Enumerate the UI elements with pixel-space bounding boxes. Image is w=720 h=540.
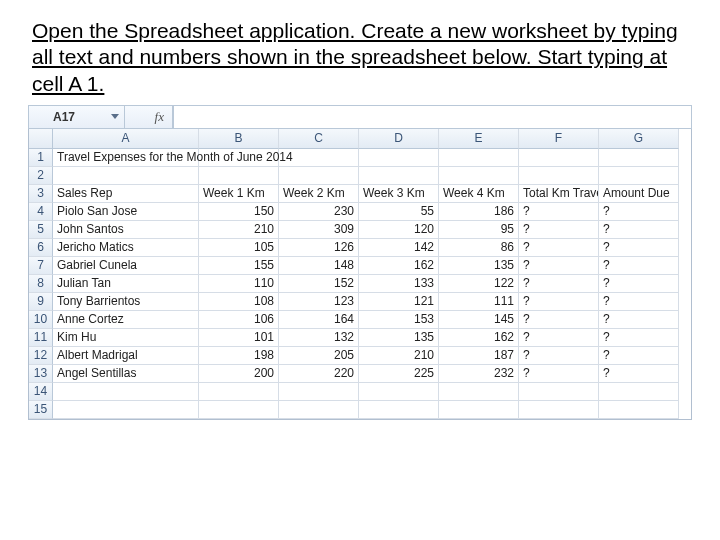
cell-C14[interactable] — [279, 383, 359, 401]
row-header-13[interactable]: 13 — [29, 365, 53, 383]
cell-G4[interactable]: ? — [599, 203, 679, 221]
cell-D3[interactable]: Week 3 Km — [359, 185, 439, 203]
column-header-E[interactable]: E — [439, 129, 519, 149]
cell-F4[interactable]: ? — [519, 203, 599, 221]
cell-D7[interactable]: 162 — [359, 257, 439, 275]
cell-A10[interactable]: Anne Cortez — [53, 311, 199, 329]
cell-E2[interactable] — [439, 167, 519, 185]
row-header-11[interactable]: 11 — [29, 329, 53, 347]
name-box[interactable]: A17 — [29, 106, 125, 128]
row-header-7[interactable]: 7 — [29, 257, 53, 275]
cell-G1[interactable] — [599, 149, 679, 167]
cell-D15[interactable] — [359, 401, 439, 419]
cell-F10[interactable]: ? — [519, 311, 599, 329]
cell-F12[interactable]: ? — [519, 347, 599, 365]
column-header-C[interactable]: C — [279, 129, 359, 149]
cell-E4[interactable]: 186 — [439, 203, 519, 221]
row-header-10[interactable]: 10 — [29, 311, 53, 329]
cell-C6[interactable]: 126 — [279, 239, 359, 257]
row-header-9[interactable]: 9 — [29, 293, 53, 311]
cell-E10[interactable]: 145 — [439, 311, 519, 329]
row-header-15[interactable]: 15 — [29, 401, 53, 419]
cell-B10[interactable]: 106 — [199, 311, 279, 329]
row-header-5[interactable]: 5 — [29, 221, 53, 239]
column-header-A[interactable]: A — [53, 129, 199, 149]
cell-G12[interactable]: ? — [599, 347, 679, 365]
cell-B9[interactable]: 108 — [199, 293, 279, 311]
cell-A2[interactable] — [53, 167, 199, 185]
cell-B5[interactable]: 210 — [199, 221, 279, 239]
cell-F2[interactable] — [519, 167, 599, 185]
cell-A4[interactable]: Piolo San Jose — [53, 203, 199, 221]
cell-F6[interactable]: ? — [519, 239, 599, 257]
cell-A6[interactable]: Jericho Matics — [53, 239, 199, 257]
cell-G2[interactable] — [599, 167, 679, 185]
cell-C3[interactable]: Week 2 Km — [279, 185, 359, 203]
cell-B6[interactable]: 105 — [199, 239, 279, 257]
cell-C2[interactable] — [279, 167, 359, 185]
column-header-F[interactable]: F — [519, 129, 599, 149]
cell-G3[interactable]: Amount Due — [599, 185, 679, 203]
cell-E6[interactable]: 86 — [439, 239, 519, 257]
cell-B13[interactable]: 200 — [199, 365, 279, 383]
select-all-corner[interactable] — [29, 129, 53, 149]
cell-F8[interactable]: ? — [519, 275, 599, 293]
cell-E14[interactable] — [439, 383, 519, 401]
cell-G6[interactable]: ? — [599, 239, 679, 257]
cell-B7[interactable]: 155 — [199, 257, 279, 275]
formula-input[interactable] — [173, 106, 691, 128]
cell-A15[interactable] — [53, 401, 199, 419]
cell-C12[interactable]: 205 — [279, 347, 359, 365]
cell-C9[interactable]: 123 — [279, 293, 359, 311]
cell-F3[interactable]: Total Km Travelled — [519, 185, 599, 203]
column-header-D[interactable]: D — [359, 129, 439, 149]
cell-A14[interactable] — [53, 383, 199, 401]
row-header-3[interactable]: 3 — [29, 185, 53, 203]
fx-icon[interactable]: fx — [151, 109, 168, 125]
row-header-8[interactable]: 8 — [29, 275, 53, 293]
cell-E9[interactable]: 111 — [439, 293, 519, 311]
row-header-2[interactable]: 2 — [29, 167, 53, 185]
cell-E5[interactable]: 95 — [439, 221, 519, 239]
cell-B4[interactable]: 150 — [199, 203, 279, 221]
cell-A12[interactable]: Albert Madrigal — [53, 347, 199, 365]
cell-E1[interactable] — [439, 149, 519, 167]
cell-E15[interactable] — [439, 401, 519, 419]
cell-E11[interactable]: 162 — [439, 329, 519, 347]
cell-C10[interactable]: 164 — [279, 311, 359, 329]
cell-E7[interactable]: 135 — [439, 257, 519, 275]
column-header-B[interactable]: B — [199, 129, 279, 149]
cell-D6[interactable]: 142 — [359, 239, 439, 257]
cell-C5[interactable]: 309 — [279, 221, 359, 239]
cell-D9[interactable]: 121 — [359, 293, 439, 311]
cell-E13[interactable]: 232 — [439, 365, 519, 383]
cell-E12[interactable]: 187 — [439, 347, 519, 365]
cell-G7[interactable]: ? — [599, 257, 679, 275]
cell-B11[interactable]: 101 — [199, 329, 279, 347]
cell-D11[interactable]: 135 — [359, 329, 439, 347]
cell-A9[interactable]: Tony Barrientos — [53, 293, 199, 311]
cell-B14[interactable] — [199, 383, 279, 401]
cell-G11[interactable]: ? — [599, 329, 679, 347]
cell-A5[interactable]: John Santos — [53, 221, 199, 239]
cell-D2[interactable] — [359, 167, 439, 185]
cell-D8[interactable]: 133 — [359, 275, 439, 293]
cell-C13[interactable]: 220 — [279, 365, 359, 383]
cell-D5[interactable]: 120 — [359, 221, 439, 239]
cell-A3[interactable]: Sales Rep — [53, 185, 199, 203]
cell-B8[interactable]: 110 — [199, 275, 279, 293]
row-header-6[interactable]: 6 — [29, 239, 53, 257]
cell-C4[interactable]: 230 — [279, 203, 359, 221]
cell-F15[interactable] — [519, 401, 599, 419]
cell-F7[interactable]: ? — [519, 257, 599, 275]
cell-F11[interactable]: ? — [519, 329, 599, 347]
cell-D14[interactable] — [359, 383, 439, 401]
cell-B2[interactable] — [199, 167, 279, 185]
cell-G14[interactable] — [599, 383, 679, 401]
cell-F13[interactable]: ? — [519, 365, 599, 383]
row-header-14[interactable]: 14 — [29, 383, 53, 401]
cell-C15[interactable] — [279, 401, 359, 419]
cell-B15[interactable] — [199, 401, 279, 419]
cell-A7[interactable]: Gabriel Cunela — [53, 257, 199, 275]
cell-B12[interactable]: 198 — [199, 347, 279, 365]
